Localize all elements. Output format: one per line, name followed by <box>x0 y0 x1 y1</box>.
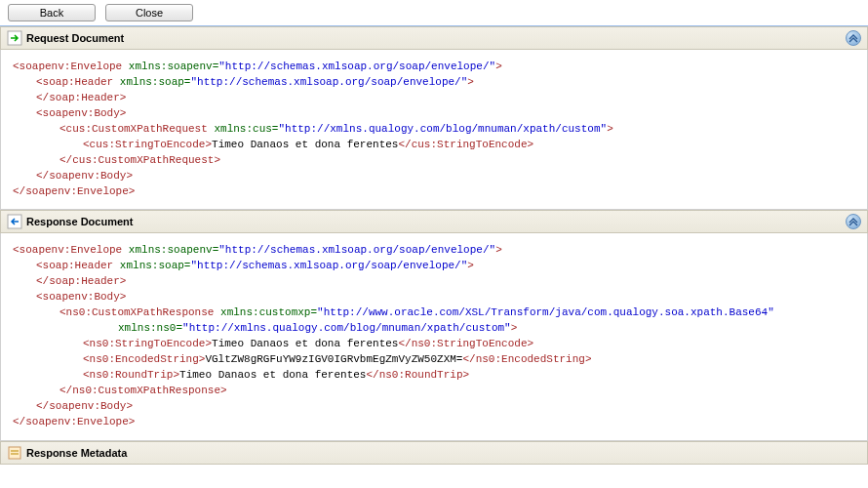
metadata-panel-header[interactable]: Response Metadata <box>0 441 868 465</box>
svg-rect-2 <box>9 447 20 459</box>
request-xml-body: <soapenv:Envelope xmlns:soapenv="http://… <box>0 50 868 210</box>
close-button[interactable]: Close <box>105 4 193 21</box>
request-panel-title: Request Document <box>26 32 846 44</box>
response-panel-title: Response Document <box>26 216 846 227</box>
back-button[interactable]: Back <box>8 4 96 21</box>
collapse-button[interactable] <box>846 214 861 229</box>
collapse-button[interactable] <box>846 30 861 46</box>
request-arrow-icon <box>7 30 22 46</box>
response-xml-body: <soapenv:Envelope xmlns:soapenv="http://… <box>0 233 868 440</box>
request-panel-header[interactable]: Request Document <box>0 26 868 50</box>
metadata-icon <box>7 445 22 461</box>
metadata-panel-title: Response Metadata <box>26 447 861 459</box>
response-panel-header[interactable]: Response Document <box>0 210 868 233</box>
toolbar: Back Close <box>0 0 868 26</box>
response-arrow-icon <box>7 214 22 229</box>
